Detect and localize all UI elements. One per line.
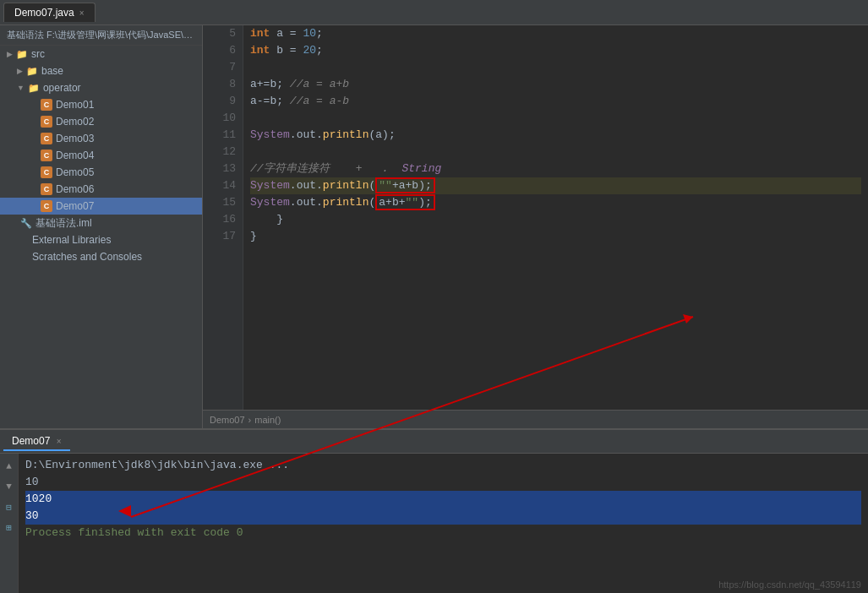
sidebar-items: ▶📁src▶📁base▼📁operatorCDemo01CDemo02CDemo… [0, 46, 202, 265]
line-number-5: 5 [210, 25, 236, 42]
code-line-14: System.out.println(""+a+b); [250, 177, 861, 194]
iml-icon: 🔧 [20, 218, 32, 229]
output-content[interactable]: D:\Environment\jdk8\jdk\bin\java.exe ...… [19, 454, 868, 593]
sidebar-item-label: Demo06 [56, 183, 94, 195]
sidebar-item-label: Demo05 [56, 166, 94, 178]
output-tab-bar: Demo07 × [0, 430, 868, 454]
sidebar-item-scratches[interactable]: Scratches and Consoles [0, 248, 202, 265]
class-icon: C [41, 99, 52, 111]
line-number-15: 15 [210, 194, 236, 211]
sidebar-item-base[interactable]: ▶📁base [0, 63, 202, 79]
code-line-7 [250, 59, 861, 76]
output-line-path: D:\Environment\jdk8\jdk\bin\java.exe ... [25, 457, 861, 474]
main-area: 基础语法 F:\进级管理\网课班\代码\JavaSE\基础 ▶📁src▶📁bas… [0, 25, 868, 428]
code-line-8: a+=b; //a = a+b [250, 76, 861, 93]
output-line-result2: 1020 [25, 491, 861, 508]
line-number-9: 9 [210, 93, 236, 110]
output-line-exit: Process finished with exit code 0 [25, 525, 861, 541]
sidebar-item-Demo04[interactable]: CDemo04 [0, 147, 202, 164]
output-step-btn[interactable]: ⊟ [2, 499, 17, 514]
folder-arrow-icon: ▼ [17, 84, 25, 92]
folder-icon: 📁 [26, 66, 38, 77]
code-line-11: System.out.println(a); [250, 127, 861, 144]
sidebar-item-label: Demo03 [56, 133, 94, 144]
class-icon: C [41, 183, 52, 195]
sidebar-item-label: operator [43, 82, 81, 94]
sidebar-item-ext[interactable]: External Libraries [0, 231, 202, 248]
line-number-11: 11 [210, 127, 236, 144]
sidebar: 基础语法 F:\进级管理\网课班\代码\JavaSE\基础 ▶📁src▶📁bas… [0, 25, 203, 428]
tab-bar: Demo07.java × [0, 0, 868, 25]
output-down-btn[interactable]: ▼ [2, 479, 17, 494]
code-line-13: //字符串连接符 + . String [250, 160, 861, 177]
sidebar-item-src[interactable]: ▶📁src [0, 46, 202, 63]
line-number-8: 8 [210, 76, 236, 93]
code-line-10 [250, 110, 861, 127]
folder-icon: 📁 [16, 49, 28, 60]
sidebar-item-label: Demo01 [56, 99, 94, 111]
output-line-result3: 30 [25, 508, 861, 525]
folder-arrow-icon: ▶ [7, 50, 13, 58]
code-content[interactable]: int a = 10;int b = 20;a+=b; //a = a+ba-=… [243, 25, 868, 410]
sidebar-item-Demo03[interactable]: CDemo03 [0, 130, 202, 147]
folder-arrow-icon: ▶ [17, 67, 23, 75]
code-line-15: System.out.println(a+b+""); [250, 194, 861, 211]
breadcrumb-file: Demo07 [210, 415, 245, 425]
sidebar-item-Demo02[interactable]: CDemo02 [0, 113, 202, 130]
sidebar-item-label: External Libraries [32, 234, 111, 246]
output-panel: Demo07 × ▲ ▼ ⊟ ⊞ D:\Environment\jdk8\jdk… [0, 428, 868, 593]
code-line-9: a-=b; //a = a-b [250, 93, 861, 110]
breadcrumb-bar: Demo07 › main() [203, 410, 868, 428]
line-numbers: 567891011121314151617 [203, 25, 243, 410]
line-number-17: 17 [210, 228, 236, 245]
sidebar-item-Demo05[interactable]: CDemo05 [0, 164, 202, 181]
breadcrumb-method: main() [254, 415, 281, 425]
sidebar-item-label: 基础语法.iml [35, 216, 92, 231]
folder-icon: 📁 [28, 83, 40, 94]
class-icon: C [41, 166, 52, 178]
output-tab-label: Demo07 [12, 435, 50, 447]
sidebar-item-label: Demo02 [56, 116, 94, 128]
line-number-6: 6 [210, 42, 236, 59]
line-number-7: 7 [210, 59, 236, 76]
line-number-14: 14 [210, 177, 236, 194]
output-line-result1: 10 [25, 474, 861, 491]
sidebar-item-Demo06[interactable]: CDemo06 [0, 181, 202, 198]
line-number-10: 10 [210, 110, 236, 127]
sidebar-item-iml[interactable]: 🔧基础语法.iml [0, 215, 202, 231]
code-line-17: } [250, 228, 861, 245]
sidebar-item-label: src [31, 48, 45, 60]
breadcrumb-separator: › [248, 415, 252, 425]
output-tab[interactable]: Demo07 × [3, 433, 70, 451]
class-icon: C [41, 133, 52, 144]
editor-tab[interactable]: Demo07.java × [3, 3, 96, 22]
sidebar-item-label: Demo04 [56, 150, 94, 161]
editor-area: 567891011121314151617 int a = 10;int b =… [203, 25, 868, 428]
code-line-5: int a = 10; [250, 25, 861, 42]
tab-label: Demo07.java [14, 7, 74, 19]
output-left-icons: ▲ ▼ ⊟ ⊞ [0, 454, 19, 593]
code-editor[interactable]: 567891011121314151617 int a = 10;int b =… [203, 25, 868, 410]
code-line-12 [250, 144, 861, 160]
sidebar-header: 基础语法 F:\进级管理\网课班\代码\JavaSE\基础 [0, 25, 202, 46]
code-line-16: } [250, 211, 861, 228]
output-tab-close-icon[interactable]: × [57, 437, 62, 446]
sidebar-item-label: base [41, 65, 63, 77]
sidebar-item-Demo07[interactable]: CDemo07 [0, 198, 202, 215]
class-icon: C [41, 116, 52, 128]
class-icon: C [41, 150, 52, 161]
sidebar-item-operator[interactable]: ▼📁operator [0, 79, 202, 96]
tab-close-icon[interactable]: × [79, 8, 85, 18]
sidebar-item-Demo01[interactable]: CDemo01 [0, 96, 202, 113]
class-icon: C [41, 200, 52, 212]
output-filter-btn[interactable]: ⊞ [2, 520, 17, 535]
line-number-16: 16 [210, 211, 236, 228]
output-row: ▲ ▼ ⊟ ⊞ D:\Environment\jdk8\jdk\bin\java… [0, 454, 868, 593]
line-number-13: 13 [210, 160, 236, 177]
sidebar-item-label: Scratches and Consoles [32, 251, 142, 263]
line-number-12: 12 [210, 144, 236, 160]
output-up-btn[interactable]: ▲ [2, 459, 17, 474]
sidebar-item-label: Demo07 [56, 200, 94, 212]
code-line-6: int b = 20; [250, 42, 861, 59]
